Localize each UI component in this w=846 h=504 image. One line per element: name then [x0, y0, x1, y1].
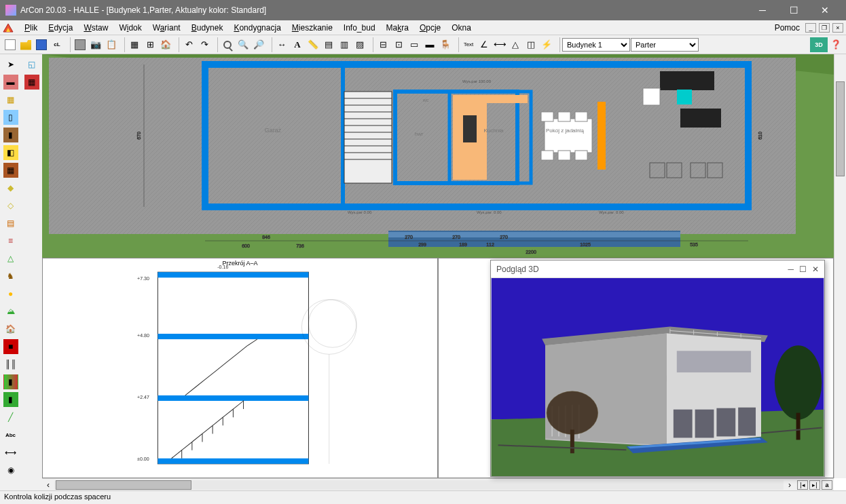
green-tool[interactable]: ▮ [3, 392, 18, 407]
vscroll-thumb[interactable] [836, 81, 845, 176]
help-button[interactable]: ❓ [828, 37, 843, 52]
dim2-button[interactable]: ⟷ [492, 37, 507, 52]
hatch2-button[interactable]: ▥ [337, 37, 352, 52]
new-button[interactable] [3, 37, 18, 52]
hatch3-button[interactable]: ▨ [352, 37, 367, 52]
layers-button[interactable]: ⊞ [143, 37, 158, 52]
svg-rect-61 [158, 334, 308, 339]
floor-tool[interactable]: ◆ [3, 180, 18, 195]
layer-tool[interactable]: ▦ [24, 75, 39, 90]
mdi-close[interactable]: × [832, 23, 843, 33]
menu-makra[interactable]: Makra [381, 22, 414, 34]
menu-plik[interactable]: Plik [19, 22, 43, 34]
preview-3d-window[interactable]: Podgląd 3D ─ ☐ ✕ [490, 260, 825, 477]
menu-edycja[interactable]: Edycja [43, 22, 78, 34]
measure-button[interactable]: 📏 [306, 37, 320, 52]
color-tool[interactable]: ▮ [3, 374, 18, 389]
floor-combo[interactable]: Parter [631, 38, 699, 52]
hscroll-right[interactable]: › [784, 480, 796, 490]
zoom-out-button[interactable]: 🔎 [251, 37, 266, 52]
window-tool[interactable]: ▯ [3, 110, 18, 125]
abc-tool[interactable]: Abc [3, 427, 18, 442]
preview-3d-titlebar[interactable]: Podgląd 3D ─ ☐ ✕ [491, 260, 824, 278]
mdi-restore[interactable]: ❐ [819, 23, 830, 33]
floorplan-canvas[interactable]: Garaż hwr wc Kuchnia Pokój z jadalnią 84… [42, 54, 834, 258]
chair-tool[interactable]: ♞ [3, 269, 18, 284]
tool-a-button[interactable]: ▦ [127, 37, 142, 52]
vertical-scrollbar[interactable] [834, 54, 846, 478]
elev2-button[interactable]: ▬ [422, 37, 437, 52]
room-tool[interactable]: ◧ [3, 145, 18, 160]
hscroll-left[interactable]: ‹ [42, 480, 54, 490]
hscroll-thumb[interactable] [56, 480, 191, 490]
menu-budynek[interactable]: Budynek [186, 22, 229, 34]
beams-tool[interactable]: ≡ [3, 233, 18, 248]
angle-button[interactable]: ∠ [477, 37, 492, 52]
ceiling-tool[interactable]: ◇ [3, 198, 18, 213]
triangle-button[interactable]: △ [508, 37, 523, 52]
tool-misc-button[interactable]: ◫ [523, 37, 538, 52]
menu-okna[interactable]: Okna [446, 22, 477, 34]
building-combo[interactable]: Budynek 1 [562, 38, 630, 52]
camera-button[interactable]: 📷 [88, 37, 103, 52]
slab-tool[interactable]: ▦ [3, 92, 18, 107]
redo-button[interactable]: ↷ [197, 37, 212, 52]
view-button[interactable]: ⊡ [391, 37, 406, 52]
wall-tool[interactable]: ▬ [3, 75, 18, 90]
section-a-view[interactable]: Przekrój A–A +7.30 +4.80 +2.47 [42, 258, 438, 478]
gable-tool[interactable]: △ [3, 251, 18, 266]
stamp-tool[interactable]: ◉ [3, 463, 18, 478]
close-button[interactable]: ✕ [809, 0, 841, 20]
zoom-fit-button[interactable] [220, 37, 235, 52]
hscroll-mode[interactable]: a [822, 480, 832, 490]
menu-infobud[interactable]: Info_bud [338, 22, 381, 34]
car-tool[interactable]: 🏠 [3, 322, 18, 336]
door-tool[interactable]: ▮ [3, 128, 18, 142]
preview-max-button[interactable]: ☐ [799, 265, 807, 274]
hscroll-pageleft[interactable]: |◂ [797, 480, 808, 490]
line-tool[interactable]: ╱ [3, 410, 18, 425]
menu-wariant[interactable]: Wariant [147, 22, 186, 34]
preview-close-button[interactable]: ✕ [812, 265, 819, 274]
print-button[interactable] [73, 37, 88, 52]
plan-view[interactable]: Garaż hwr wc Kuchnia Pokój z jadalnią 84… [42, 54, 834, 258]
menu-opcje[interactable]: Opcje [414, 22, 446, 34]
dim-line-button[interactable]: ↔ [274, 37, 289, 52]
menu-wstaw[interactable]: Wstaw [78, 22, 113, 34]
roof-tile-tool[interactable]: ▦ [3, 163, 18, 178]
text-a-button[interactable]: A [290, 37, 305, 52]
open-button[interactable] [18, 37, 33, 52]
terrain-tool[interactable]: ⛰ [3, 304, 18, 319]
save-button[interactable] [34, 37, 49, 52]
red-tool[interactable]: ■ [3, 339, 18, 354]
undo-button[interactable]: ↶ [181, 37, 196, 52]
stairs-tool[interactable]: ▤ [3, 216, 18, 231]
mdi-minimize[interactable]: _ [805, 23, 816, 33]
roof-button[interactable]: 🏠 [158, 37, 173, 52]
hatch1-button[interactable]: ▤ [321, 37, 336, 52]
section-button[interactable]: ⊟ [375, 37, 390, 52]
bolt-button[interactable]: ⚡ [539, 37, 554, 52]
horizontal-scrollbar[interactable]: ‹ › |◂ ▸| a [42, 478, 834, 490]
savecl-button[interactable]: cL [50, 37, 65, 52]
zoom-in-button[interactable]: 🔍 [236, 37, 251, 52]
menu-kondygnacja[interactable]: Kondygnacja [228, 22, 286, 34]
menu-widok[interactable]: Widok [113, 22, 147, 34]
menu-mieszkanie[interactable]: Mieszkanie [287, 22, 338, 34]
menu-pomoc[interactable]: Pomoc [769, 22, 805, 34]
preview-min-button[interactable]: ─ [788, 265, 794, 274]
hscroll-pageright[interactable]: ▸| [809, 480, 820, 490]
view-3d-button[interactable]: 3D [810, 37, 828, 52]
tooltext-button[interactable]: Text [461, 37, 476, 52]
maximize-button[interactable]: ☐ [778, 0, 809, 20]
preview-3d-canvas[interactable] [491, 278, 824, 476]
export-button[interactable]: 📋 [104, 37, 119, 52]
lamp-tool[interactable]: ● [3, 286, 18, 301]
minimize-button[interactable]: ─ [747, 0, 778, 20]
furn-button[interactable]: 🪑 [438, 37, 453, 52]
persp-tool[interactable]: ◱ [24, 57, 39, 72]
pointer-tool[interactable]: ➤ [3, 57, 18, 72]
elev1-button[interactable]: ▭ [407, 37, 422, 52]
fence-tool[interactable]: ║║ [3, 357, 18, 372]
dim3-tool[interactable]: ⟷ [3, 445, 18, 460]
